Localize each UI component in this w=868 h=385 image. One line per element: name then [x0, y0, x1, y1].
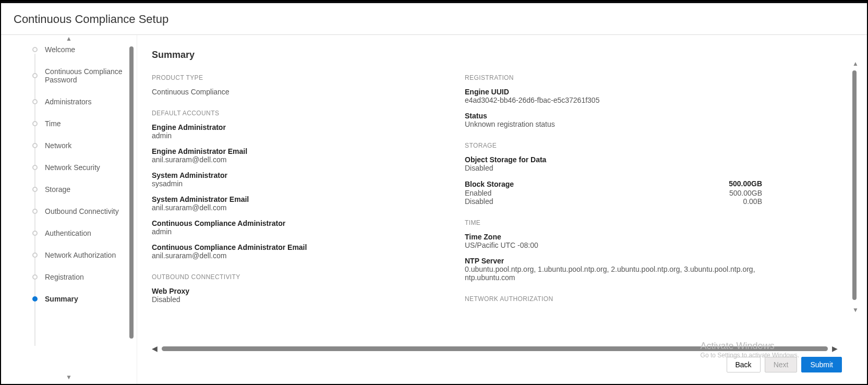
- step-label: Network Authorization: [45, 251, 116, 259]
- registration-status: Status Unknown registration status: [465, 112, 762, 128]
- block-storage-disabled-value: 0.00B: [743, 197, 762, 206]
- sys-admin-label: System Administrator: [152, 171, 444, 179]
- time-zone-value: US/Pacific UTC -08:00: [465, 241, 762, 249]
- content-scroll-right-icon[interactable]: ▶: [832, 344, 838, 353]
- product-type-value: Continuous Compliance: [152, 88, 444, 96]
- section-default-accounts: DEFAULT ACCOUNTS: [152, 110, 444, 117]
- object-storage: Object Storage for Data Disabled: [465, 155, 762, 172]
- block-storage-enabled-label: Enabled: [465, 189, 491, 197]
- cc-admin-email: Continuous Compliance Administrator Emai…: [152, 243, 444, 260]
- step-dot-icon: [32, 274, 38, 280]
- wizard-step[interactable]: Network: [32, 141, 127, 150]
- ntp-server-value: 0.ubuntu.pool.ntp.org, 1.ubuntu.pool.ntp…: [465, 265, 762, 282]
- step-label: Time: [45, 119, 61, 128]
- step-dot-icon: [32, 121, 38, 126]
- step-label: Network: [45, 141, 71, 150]
- page-header: Continuous Compliance Setup: [1, 3, 867, 35]
- wizard-step[interactable]: Registration: [32, 273, 127, 281]
- step-label: Outbound Connectivity: [45, 207, 119, 215]
- wizard-step[interactable]: Storage: [32, 185, 127, 194]
- step-dot-icon: [32, 99, 38, 104]
- wizard-footer: Back Next Submit: [152, 353, 852, 378]
- block-storage-disabled-label: Disabled: [465, 197, 493, 206]
- next-button: Next: [765, 357, 798, 372]
- ntp-server-label: NTP Server: [465, 257, 762, 265]
- step-label: Continuous Compliance Password: [45, 67, 127, 84]
- summary-right-column: REGISTRATION Engine UUID e4ad3042-bb46-2…: [465, 74, 762, 311]
- sys-admin-email-label: System Administrator Email: [152, 195, 444, 203]
- step-label: Network Security: [45, 163, 100, 172]
- wizard-step[interactable]: Administrators: [32, 98, 127, 106]
- sidebar-scrollbar[interactable]: [129, 46, 134, 339]
- section-time: TIME: [465, 219, 762, 226]
- block-storage: Block Storage 500.00GB Enabled 500.00GB …: [465, 179, 762, 206]
- engine-uuid-value: e4ad3042-bb46-26d6-fbac-e5c37261f305: [465, 96, 762, 104]
- content-horizontal-scrollbar: ◀ ▶: [152, 344, 838, 353]
- content-scroll-left-icon[interactable]: ◀: [152, 344, 158, 353]
- section-registration: REGISTRATION: [465, 74, 762, 81]
- content-vertical-scrollbar[interactable]: [852, 70, 857, 300]
- section-storage: STORAGE: [465, 142, 762, 149]
- step-label: Authentication: [45, 229, 91, 237]
- wizard-step[interactable]: Continuous Compliance Password: [32, 67, 127, 84]
- cc-admin-email-label: Continuous Compliance Administrator Emai…: [152, 243, 444, 251]
- step-dot-icon: [32, 47, 38, 52]
- sys-admin-value: sysadmin: [152, 179, 444, 188]
- cc-admin-label: Continuous Compliance Administrator: [152, 219, 444, 227]
- submit-button[interactable]: Submit: [801, 357, 842, 372]
- web-proxy-value: Disabled: [152, 295, 444, 304]
- content-scroll-down-icon[interactable]: ▼: [852, 306, 859, 314]
- sidebar-scroll-down-icon[interactable]: ▼: [66, 374, 72, 381]
- object-storage-label: Object Storage for Data: [465, 155, 762, 164]
- web-proxy: Web Proxy Disabled: [152, 287, 444, 304]
- back-button[interactable]: Back: [727, 357, 761, 372]
- step-dot-icon: [32, 252, 38, 258]
- step-label: Administrators: [45, 98, 91, 106]
- time-zone-label: Time Zone: [465, 233, 762, 241]
- step-label: Welcome: [45, 45, 75, 54]
- object-storage-value: Disabled: [465, 164, 762, 172]
- summary-title: Summary: [152, 50, 852, 61]
- time-zone: Time Zone US/Pacific UTC -08:00: [465, 233, 762, 249]
- wizard-step[interactable]: Welcome: [32, 45, 127, 54]
- summary-left-column: PRODUCT TYPE Continuous Compliance DEFAU…: [152, 74, 444, 311]
- section-network-authorization: NETWORK AUTHORIZATION: [465, 295, 762, 303]
- section-product-type: PRODUCT TYPE: [152, 74, 444, 81]
- summary-panel: Summary PRODUCT TYPE Continuous Complian…: [137, 35, 867, 384]
- content-scroll-up-icon[interactable]: ▲: [852, 60, 859, 67]
- engine-uuid-label: Engine UUID: [465, 88, 762, 96]
- wizard-step[interactable]: Network Security: [32, 163, 127, 172]
- ntp-server: NTP Server 0.ubuntu.pool.ntp.org, 1.ubun…: [465, 257, 762, 282]
- wizard-step[interactable]: Time: [32, 119, 127, 128]
- step-dot-icon: [32, 209, 38, 214]
- wizard-step[interactable]: Authentication: [32, 229, 127, 237]
- step-dot-icon: [32, 296, 38, 302]
- engine-admin-value: admin: [152, 131, 444, 140]
- step-dot-icon: [32, 165, 38, 170]
- wizard-step[interactable]: Summary: [32, 295, 127, 303]
- sys-admin-email-value: anil.suraram@dell.com: [152, 203, 444, 212]
- step-dot-icon: [32, 143, 38, 148]
- step-dot-icon: [32, 73, 38, 78]
- web-proxy-label: Web Proxy: [152, 287, 444, 295]
- step-label: Registration: [45, 273, 84, 281]
- section-outbound: OUTBOUND CONNECTIVITY: [152, 273, 444, 281]
- wizard-step[interactable]: Outbound Connectivity: [32, 207, 127, 215]
- cc-admin-value: admin: [152, 227, 444, 236]
- engine-admin-email: Engine Administrator Email anil.suraram@…: [152, 147, 444, 164]
- engine-admin: Engine Administrator admin: [152, 123, 444, 140]
- cc-admin-email-value: anil.suraram@dell.com: [152, 251, 444, 260]
- engine-admin-email-value: anil.suraram@dell.com: [152, 155, 444, 164]
- sys-admin-email: System Administrator Email anil.suraram@…: [152, 195, 444, 212]
- wizard-step[interactable]: Network Authorization: [32, 251, 127, 259]
- block-storage-label: Block Storage: [465, 180, 514, 188]
- content-horizontal-scrollbar-thumb[interactable]: [162, 346, 828, 351]
- step-label: Summary: [45, 295, 78, 303]
- block-storage-enabled-value: 500.00GB: [729, 189, 762, 197]
- wizard-sidebar: ▲ WelcomeContinuous Compliance PasswordA…: [1, 35, 137, 384]
- page-title: Continuous Compliance Setup: [14, 13, 854, 26]
- cc-admin: Continuous Compliance Administrator admi…: [152, 219, 444, 236]
- sys-admin: System Administrator sysadmin: [152, 171, 444, 188]
- registration-status-label: Status: [465, 112, 762, 120]
- step-dot-icon: [32, 231, 38, 236]
